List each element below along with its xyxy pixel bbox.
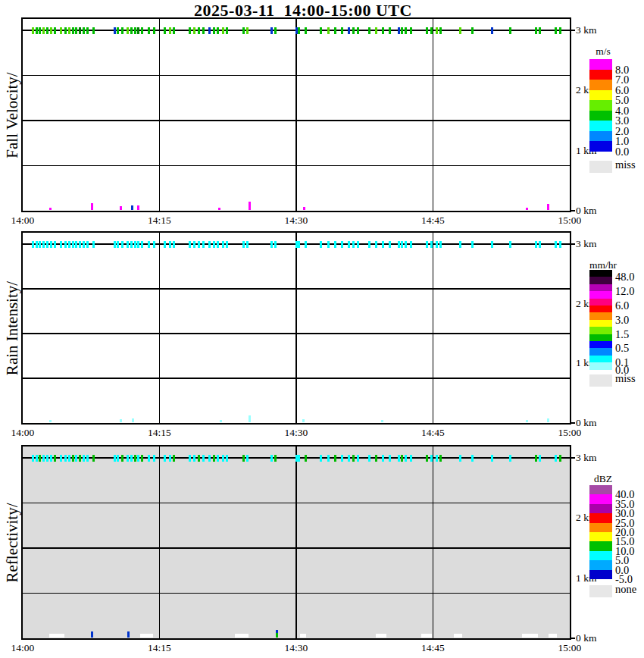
surface-missing-patch xyxy=(140,634,153,638)
echo-top-mark xyxy=(246,455,249,462)
colorbar-unit-label: mm/hr xyxy=(580,260,626,271)
echo-top-mark xyxy=(169,455,171,462)
echo-top-mark xyxy=(357,27,359,34)
echo-top-mark xyxy=(389,27,391,34)
colorbar-segment xyxy=(589,121,612,131)
echo-top-mark xyxy=(193,241,195,248)
echo-top-mark xyxy=(471,27,474,34)
echo-top-mark xyxy=(54,27,56,34)
gridline-vertical xyxy=(159,446,161,638)
echo-top-mark xyxy=(121,241,123,248)
echo-top-mark xyxy=(298,241,300,248)
echo-top-mark xyxy=(226,455,228,462)
gridline-vertical xyxy=(295,19,297,211)
echo-top-mark xyxy=(60,27,62,34)
time-label: 14:30 xyxy=(283,643,310,653)
time-label: 14:45 xyxy=(420,428,447,438)
reflectivity-panel xyxy=(21,445,571,640)
gridline-vertical xyxy=(159,233,161,423)
echo-top-mark xyxy=(539,241,541,248)
surface-mark xyxy=(131,205,133,210)
echo-top-mark xyxy=(401,455,403,462)
surface-mark xyxy=(303,207,305,210)
colorbar-missing-swatch xyxy=(589,161,612,173)
echo-top-mark xyxy=(436,455,438,462)
echo-top-mark xyxy=(64,455,67,462)
echo-top-mark xyxy=(327,27,330,34)
echo-top-mark xyxy=(305,241,307,248)
echo-top-mark xyxy=(36,27,38,34)
echo-top-mark xyxy=(202,455,205,462)
echo-top-mark xyxy=(222,241,224,248)
colorbar-tick-label: 12.0 xyxy=(615,285,634,297)
colorbar-segment xyxy=(589,523,612,533)
echo-top-mark xyxy=(439,241,442,248)
colorbar-segment xyxy=(589,504,612,514)
echo-top-mark xyxy=(130,27,133,34)
echo-top-mark xyxy=(68,27,70,34)
echo-top-mark xyxy=(559,455,561,462)
echo-top-mark xyxy=(198,455,200,462)
surface-mark xyxy=(547,418,549,422)
surface-mark xyxy=(49,208,52,210)
reflectivity-axis-title: Reflectivity/ xyxy=(3,452,21,634)
surface-mark xyxy=(276,633,278,638)
height-label: 3 km xyxy=(576,25,596,36)
echo-top-mark xyxy=(83,27,85,34)
echo-top-mark xyxy=(334,241,336,248)
echo-top-mark xyxy=(86,455,89,462)
echo-top-mark xyxy=(491,27,493,34)
echo-top-mark xyxy=(72,241,74,248)
echo-top-mark xyxy=(75,455,77,462)
echo-top-mark xyxy=(357,241,359,248)
echo-top-mark xyxy=(92,455,95,462)
height-label: 3 km xyxy=(576,239,596,249)
colorbar-segment xyxy=(589,80,612,90)
echo-top-mark xyxy=(274,455,277,462)
echo-top-mark xyxy=(64,27,67,34)
echo-top-mark xyxy=(270,27,273,34)
gridline-vertical xyxy=(295,233,297,423)
echo-top-mark xyxy=(509,241,511,248)
rain-intensity-panel xyxy=(21,231,571,425)
echo-top-mark xyxy=(320,27,322,34)
echo-top-mark xyxy=(173,241,175,248)
echo-top-mark xyxy=(410,27,412,34)
echo-top-mark xyxy=(375,455,377,462)
echo-top-mark xyxy=(509,455,511,462)
height-tick xyxy=(571,422,575,424)
echo-top-mark xyxy=(68,455,70,462)
echo-top-mark xyxy=(141,27,143,34)
echo-top-mark xyxy=(341,241,343,248)
echo-top-mark xyxy=(398,27,400,34)
echo-top-mark xyxy=(274,27,277,34)
echo-top-mark xyxy=(242,241,245,248)
colorbar-segment xyxy=(589,90,612,101)
surface-mark xyxy=(249,415,251,422)
echo-top-mark xyxy=(137,455,139,462)
echo-top-mark xyxy=(352,241,355,248)
echo-top-mark xyxy=(50,455,52,462)
surface-missing-patch xyxy=(522,634,537,638)
echo-top-mark xyxy=(50,241,52,248)
echo-top-mark xyxy=(410,455,412,462)
echo-top-mark xyxy=(305,455,307,462)
colorbar-tick-label: 1.5 xyxy=(615,328,629,340)
echo-top-mark xyxy=(217,27,219,34)
colorbar-segment xyxy=(589,570,612,580)
mrr-quicklook-figure: 2025-03-11 14:00-15:00 UTC 3 km2 km1 km0… xyxy=(0,0,644,658)
colorbar-missing-label: miss xyxy=(615,158,636,171)
echo-top-mark xyxy=(559,241,561,248)
rain-intensity-axis-title: Rain Intensity/ xyxy=(3,237,21,419)
echo-top-mark xyxy=(153,241,155,248)
echo-top-mark xyxy=(32,241,34,248)
echo-top-mark xyxy=(295,27,298,34)
echo-top-mark xyxy=(92,241,95,248)
colorbar-segment xyxy=(589,291,612,299)
surface-missing-patch xyxy=(300,634,306,638)
echo-top-mark xyxy=(141,241,143,248)
colorbar-segment xyxy=(589,341,612,349)
echo-top-mark xyxy=(134,27,136,34)
echo-top-mark xyxy=(137,241,139,248)
colorbar-segment xyxy=(589,277,612,284)
